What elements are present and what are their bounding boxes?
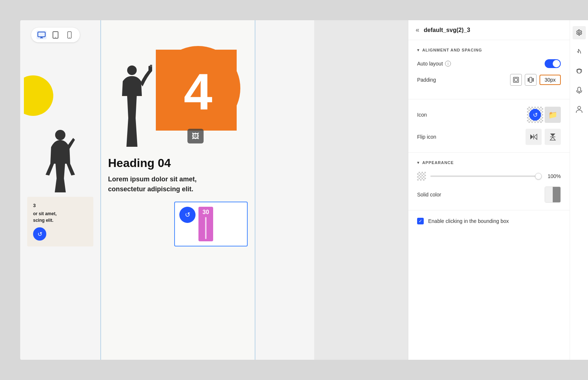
icon-preview-box[interactable]: ↺ [527, 107, 543, 123]
bounding-box-checkbox[interactable]: ✓ [417, 218, 424, 224]
canvas-column-1: 3 or sit amet, scing elit. ↺ [20, 20, 101, 360]
preview-number: 30 [202, 209, 209, 216]
icon-preview-inner: ↺ [529, 109, 541, 121]
auto-layout-info-icon[interactable]: i [445, 61, 451, 67]
color-preview[interactable] [545, 187, 561, 203]
checkerboard-icon [417, 172, 426, 181]
padding-value[interactable]: 30px [539, 75, 561, 85]
alignment-section: ▾ ALIGNMENT AND SPACING Auto layout i Pa… [408, 40, 570, 99]
image-upload-icon[interactable]: 🖼 [187, 129, 204, 143]
icon-row: Icon ↺ 📁 [417, 107, 561, 123]
viewport-controls [31, 28, 80, 42]
hero-image-area: 4 4 [108, 46, 248, 149]
body-text-line2: consectetur adipiscing elit. [108, 185, 193, 193]
refresh-icon-col1[interactable]: ↺ [33, 227, 46, 241]
flip-buttons [526, 129, 561, 145]
svg-point-22 [578, 32, 580, 34]
svg-rect-13 [528, 78, 529, 82]
preview-refresh-icon[interactable]: ↺ [179, 207, 196, 223]
flip-icon-label: Flip icon [417, 134, 436, 140]
appearance-chevron[interactable]: ▾ [417, 160, 419, 165]
sidebar-animation-icon[interactable] [573, 64, 586, 78]
panel-title: default_svg(2)_3 [424, 27, 470, 33]
card-text-line1: or sit amet, [33, 210, 87, 217]
right-sidebar [570, 20, 588, 360]
orange-circle-2: 4 [156, 46, 240, 131]
preview-pink-block: 30 [198, 207, 213, 241]
panel-content: ▾ ALIGNMENT AND SPACING Auto layout i Pa… [408, 40, 570, 360]
flip-icon-row: Flip icon [417, 129, 561, 145]
padding-all-sides-btn[interactable] [510, 74, 522, 86]
big-4: 4 [184, 66, 212, 118]
padding-controls: 30px [510, 74, 561, 86]
svg-rect-12 [514, 78, 517, 81]
padding-sides-btn[interactable] [525, 74, 537, 86]
body-text-line1: Lorem ipsum dolor sit amet, [108, 175, 197, 183]
appearance-section-title: APPEARANCE [422, 160, 454, 165]
svg-point-8 [127, 65, 137, 75]
svg-point-7 [55, 130, 65, 140]
flip-horizontal-btn[interactable] [526, 129, 542, 145]
preview-card: ↺ 30 [174, 202, 248, 246]
sidebar-user-icon[interactable] [573, 103, 586, 116]
yellow-circle [24, 75, 53, 116]
color-swatch [545, 187, 560, 202]
card-number: 3 [33, 203, 87, 208]
opacity-value: 100% [546, 173, 561, 179]
canvas-column-2: 4 4 [101, 20, 255, 360]
svg-rect-10 [150, 65, 152, 67]
sidebar-settings-icon[interactable] [573, 26, 586, 39]
bounding-box-label: Enable clicking in the bounding box [428, 218, 509, 224]
person-silhouette [44, 127, 77, 193]
icon-label: Icon [417, 112, 427, 118]
icon-folder-btn[interactable]: 📁 [545, 107, 561, 123]
desktop-view-button[interactable] [36, 31, 47, 39]
alignment-section-title: ALIGNMENT AND SPACING [422, 48, 482, 52]
checkbox-check-icon: ✓ [419, 219, 422, 224]
svg-rect-0 [38, 32, 45, 37]
tablet-view-button[interactable] [50, 31, 61, 39]
auto-layout-toggle[interactable] [545, 59, 561, 68]
flip-vertical-btn[interactable] [545, 129, 561, 145]
right-panel: « default_svg(2)_3 ▾ ALIGNMENT AND SPACI… [408, 20, 570, 360]
sidebar-interaction-icon[interactable] [573, 45, 586, 58]
svg-point-6 [69, 37, 70, 38]
alignment-chevron[interactable]: ▾ [417, 47, 419, 53]
back-icon[interactable]: « [416, 26, 419, 34]
svg-rect-14 [530, 77, 532, 82]
svg-point-25 [578, 106, 581, 109]
padding-label: Padding [417, 77, 436, 83]
solid-color-row: Solid color [417, 187, 561, 203]
opacity-row: 100% [417, 172, 561, 181]
svg-marker-16 [530, 134, 533, 139]
svg-marker-18 [534, 134, 537, 139]
sidebar-audio-icon[interactable] [573, 84, 586, 97]
icon-preview-area: ↺ 📁 [527, 107, 561, 123]
preview-bar [205, 217, 207, 239]
svg-point-4 [55, 37, 56, 38]
body-text: Lorem ipsum dolor sit amet, consectetur … [108, 174, 248, 194]
auto-layout-row: Auto layout i [417, 59, 561, 68]
photographer-silhouette [112, 63, 152, 149]
checkbox-row: ✓ Enable clicking in the bounding box [417, 218, 561, 224]
padding-row: Padding [417, 74, 561, 86]
opacity-thumb[interactable] [535, 173, 542, 180]
svg-rect-15 [533, 78, 534, 82]
auto-layout-label: Auto layout i [417, 61, 451, 67]
icon-section: Icon ↺ 📁 Flip icon [408, 99, 570, 153]
mobile-view-button[interactable] [64, 31, 75, 39]
bounding-box-section: ✓ Enable clicking in the bounding box [408, 210, 570, 232]
appearance-section: ▾ APPEARANCE 100% Solid color [408, 153, 570, 210]
col2-text-area: Heading 04 Lorem ipsum dolor sit amet, c… [108, 156, 248, 202]
card-3: 3 or sit amet, scing elit. ↺ [27, 197, 93, 246]
svg-marker-21 [550, 137, 555, 140]
canvas-column-3 [255, 20, 314, 360]
svg-marker-19 [550, 134, 555, 136]
card-text-line2: scing elit. [33, 217, 87, 224]
heading-04: Heading 04 [108, 156, 248, 170]
svg-rect-11 [513, 77, 519, 82]
panel-header: « default_svg(2)_3 [408, 20, 570, 40]
solid-color-label: Solid color [417, 192, 441, 198]
opacity-slider[interactable] [430, 175, 542, 177]
